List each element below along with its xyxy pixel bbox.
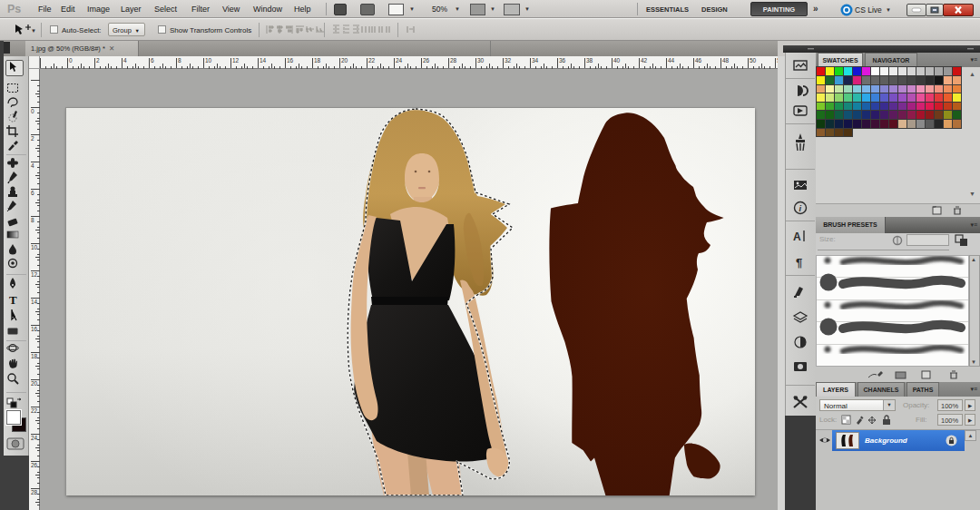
svg-text:¶: ¶ xyxy=(796,256,802,270)
svg-text:▼: ▼ xyxy=(886,7,891,13)
svg-text:A: A xyxy=(793,230,801,243)
svg-text:T: T xyxy=(9,293,17,307)
svg-text:CS Live: CS Live xyxy=(855,5,882,15)
svg-text:i: i xyxy=(799,204,802,213)
